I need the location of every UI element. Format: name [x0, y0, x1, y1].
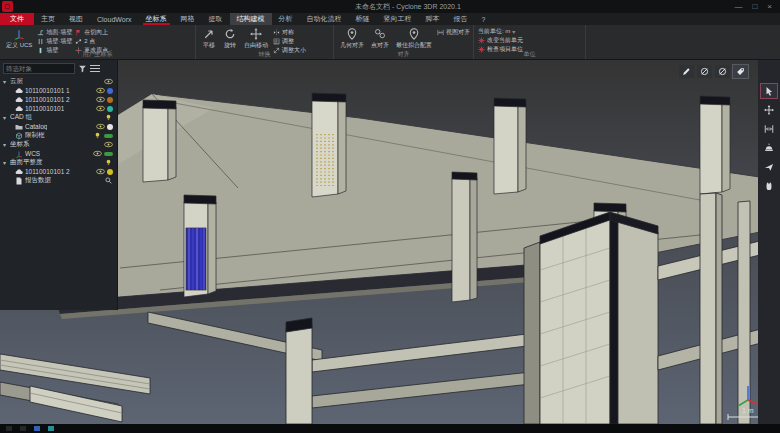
- filter-objects-input[interactable]: [3, 63, 75, 74]
- color-swatch[interactable]: [107, 97, 113, 103]
- ucs-two-points-button[interactable]: 2 点: [75, 37, 108, 45]
- eye-icon[interactable]: [104, 78, 113, 85]
- tree-item-limit-box[interactable]: 限制框: [3, 131, 115, 140]
- annotation-toolbar: [679, 65, 748, 78]
- taskbar-icon[interactable]: [34, 426, 40, 431]
- maximize-button[interactable]: □: [752, 0, 757, 13]
- core-wall[interactable]: [524, 212, 658, 424]
- tab-file[interactable]: 文件: [0, 13, 34, 25]
- adjust-button[interactable]: 调整: [273, 37, 306, 45]
- taskbar-icon[interactable]: [6, 426, 12, 431]
- tree-item-cloud[interactable]: 10110010101 2: [3, 167, 115, 176]
- color-swatch[interactable]: [104, 134, 113, 138]
- minimize-button[interactable]: —: [734, 0, 742, 13]
- column[interactable]: [452, 172, 477, 302]
- view-align-button[interactable]: 视图对齐: [437, 28, 470, 36]
- color-swatch[interactable]: [107, 88, 113, 94]
- fly-icon[interactable]: [761, 160, 777, 174]
- tab-vertical-engineering[interactable]: 竖向工程: [377, 13, 419, 25]
- color-swatch[interactable]: [104, 152, 113, 156]
- color-swatch[interactable]: [107, 124, 113, 130]
- tree-item-cloud[interactable]: 10110010101 2: [3, 95, 115, 104]
- eye-icon[interactable]: [96, 168, 105, 175]
- translate-button[interactable]: 平移: [200, 27, 218, 51]
- tab-report[interactable]: 报告: [447, 13, 475, 25]
- cloud-icon: [15, 96, 23, 104]
- eye-icon[interactable]: [93, 150, 102, 157]
- eye-icon[interactable]: [96, 87, 105, 94]
- tab-bridge-tunnel[interactable]: 桥隧: [349, 13, 377, 25]
- column[interactable]: [494, 98, 526, 194]
- taskbar-icon[interactable]: [20, 426, 26, 431]
- taskbar-icon[interactable]: [48, 426, 54, 431]
- filter-icon[interactable]: [78, 64, 87, 73]
- pan-icon[interactable]: [761, 103, 777, 117]
- define-ucs-button[interactable]: 定义 UCS: [4, 27, 34, 51]
- move-icon: [249, 28, 263, 40]
- tab-automation[interactable]: 自动化流程: [300, 13, 349, 25]
- mirror-button[interactable]: 对称: [273, 28, 306, 36]
- column[interactable]: [286, 318, 312, 424]
- change-unit-button[interactable]: 改变当前单元: [478, 36, 581, 44]
- best-fit-button[interactable]: 最佳拟合配置: [394, 27, 434, 51]
- chevron-down-icon[interactable]: ▾: [3, 114, 10, 121]
- tab-help[interactable]: ?: [475, 13, 493, 25]
- chevron-down-icon[interactable]: ▾: [3, 141, 10, 148]
- tree-group-coordinate-systems[interactable]: ▾ 坐标系: [3, 140, 115, 149]
- camera-icon[interactable]: [761, 141, 777, 155]
- color-swatch[interactable]: [107, 169, 113, 175]
- free-move-button[interactable]: 自由移动: [242, 27, 270, 51]
- bulb-icon[interactable]: [104, 159, 113, 166]
- panel-menu-icon[interactable]: [90, 65, 100, 73]
- tab-analysis[interactable]: 分析: [272, 13, 300, 25]
- bulb-icon[interactable]: [104, 114, 113, 121]
- tab-mesh[interactable]: 网格: [174, 13, 202, 25]
- fit-view-icon[interactable]: [761, 122, 777, 136]
- column[interactable]: [700, 193, 722, 424]
- tab-cloudworx[interactable]: CloudWorx: [90, 13, 139, 25]
- chevron-down-icon[interactable]: ▾: [3, 159, 10, 166]
- pen-icon[interactable]: [679, 65, 694, 78]
- cursor-icon[interactable]: [761, 84, 777, 98]
- tag-icon[interactable]: [733, 65, 748, 78]
- magnifier-icon[interactable]: [104, 177, 113, 184]
- ucs-wall-wall-button[interactable]: 墙壁·墙壁: [37, 37, 72, 45]
- close-button[interactable]: ×: [767, 0, 772, 13]
- ucs-on-tangent-button[interactable]: 在切向上: [75, 28, 108, 36]
- app-logo-icon[interactable]: [2, 1, 13, 12]
- tree-group-cad[interactable]: ▾ CAD 组: [3, 113, 115, 122]
- tab-extract[interactable]: 提取: [202, 13, 230, 25]
- tree-item-cloud[interactable]: 10110010101: [3, 104, 115, 113]
- tab-view[interactable]: 视图: [62, 13, 90, 25]
- selected-column-scan[interactable]: [184, 195, 216, 297]
- chevron-down-icon[interactable]: ▾: [3, 78, 10, 85]
- eye-icon[interactable]: [96, 105, 105, 112]
- tab-structure-modeling[interactable]: 结构建模: [230, 13, 272, 25]
- column[interactable]: [143, 100, 176, 182]
- tree-item-cloud[interactable]: 10110010101 1: [3, 86, 115, 95]
- column[interactable]: [700, 96, 730, 194]
- tree-item-wcs[interactable]: WCS: [3, 149, 115, 158]
- hand-icon[interactable]: [761, 179, 777, 193]
- point-align-button[interactable]: 点对齐: [369, 27, 391, 51]
- column-scan-yellow[interactable]: [312, 93, 346, 197]
- color-swatch[interactable]: [107, 106, 113, 112]
- tab-script[interactable]: 脚本: [419, 13, 447, 25]
- tree-item-catalog[interactable]: Catalog: [3, 122, 115, 131]
- tree-group-clouds[interactable]: ▾ 云层: [3, 77, 115, 86]
- rotate-button[interactable]: 旋转: [221, 27, 239, 51]
- geometric-align-button[interactable]: 几何对齐: [338, 27, 366, 51]
- tab-home[interactable]: 主页: [34, 13, 62, 25]
- tree-group-surface-flatness[interactable]: ▾ 曲面平整度: [3, 158, 115, 167]
- ucs-ground-wall-button[interactable]: 地面·墙壁: [37, 28, 72, 36]
- flag-icon: [75, 29, 82, 36]
- eye-icon[interactable]: [96, 123, 105, 130]
- group-label-align: 对齐: [334, 50, 473, 59]
- eye-icon[interactable]: [104, 141, 113, 148]
- tab-coordinate-system[interactable]: 坐标系: [139, 13, 174, 25]
- measure-icon[interactable]: [697, 65, 712, 78]
- measure-pen-icon[interactable]: [715, 65, 730, 78]
- tree-item-report-data[interactable]: 报告数据: [3, 176, 115, 185]
- eye-icon[interactable]: [96, 96, 105, 103]
- bulb-icon[interactable]: [93, 132, 102, 139]
